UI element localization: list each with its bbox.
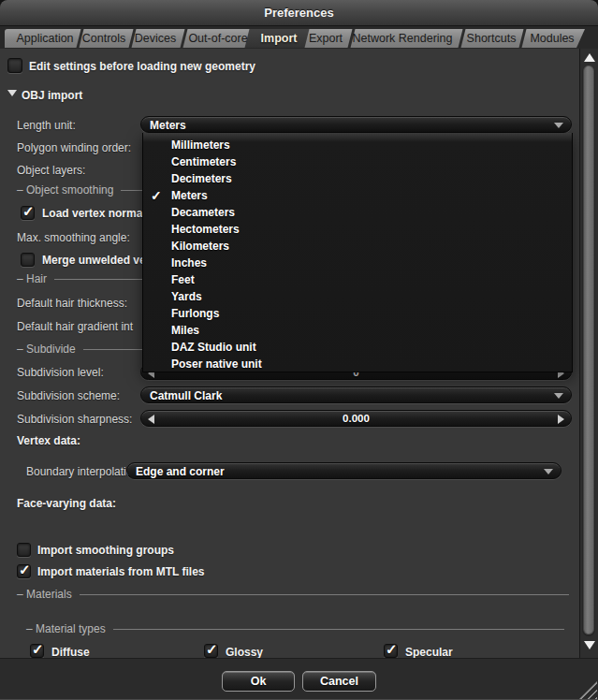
chevron-down-icon xyxy=(544,469,553,474)
merge-unwelded-checkbox[interactable] xyxy=(21,253,35,267)
obj-import-section-label: OBJ import xyxy=(22,89,82,102)
dropdown-item[interactable]: Poser native unit xyxy=(143,356,572,372)
import-settings-panel: Edit settings before loading new geometr… xyxy=(0,49,579,658)
boundary-interpolation-combobox[interactable]: Edge and corner xyxy=(126,462,562,479)
diffuse-checkbox[interactable] xyxy=(30,644,44,658)
length-unit-dropdown-menu: MillimetersCentimetersDecimeters✓MetersD… xyxy=(142,133,573,372)
import-materials-label: Import materials from MTL files xyxy=(37,565,204,578)
scroll-up-arrow-icon[interactable] xyxy=(584,53,595,62)
scrollbar-thumb[interactable] xyxy=(583,66,594,634)
dropdown-item-label: Miles xyxy=(171,324,199,337)
tab-controls[interactable]: Controls xyxy=(82,29,126,48)
dropdown-item[interactable]: DAZ Studio unit xyxy=(143,339,572,356)
dropdown-item[interactable]: Centimeters xyxy=(143,153,572,170)
diffuse-label: Diffuse xyxy=(51,646,90,658)
subdivision-sharpness-value: 0.000 xyxy=(141,413,571,424)
dropdown-item[interactable]: Millimeters xyxy=(143,137,572,153)
boundary-interpolation-value: Edge and corner xyxy=(136,465,225,478)
load-vertex-normals-label: Load vertex normals xyxy=(42,207,152,220)
dropdown-item[interactable]: Kilometers xyxy=(143,238,572,255)
max-smoothing-angle-label: Max. smoothing angle: xyxy=(17,231,130,244)
tab-network-rendering[interactable]: Network Rendering xyxy=(353,29,453,48)
dropdown-item[interactable]: ✓Meters xyxy=(143,187,572,204)
tab-out-of-core[interactable]: Out-of-core xyxy=(188,29,247,48)
scrollbar-track[interactable] xyxy=(582,66,595,636)
edit-settings-label: Edit settings before loading new geometr… xyxy=(29,60,255,73)
subdivision-scheme-combobox[interactable]: Catmull Clark xyxy=(140,386,572,403)
import-smoothing-groups-label: Import smoothing groups xyxy=(37,544,174,557)
tab-separator xyxy=(181,29,188,48)
dropdown-item[interactable]: Decimeters xyxy=(143,170,572,187)
tab-shortcuts[interactable]: Shortcuts xyxy=(467,29,517,48)
default-hair-thickness-label: Default hair thickness: xyxy=(17,297,127,310)
title-bar: Preferences xyxy=(0,0,598,26)
tab-band: ApplicationControlsDevicesOut-of-coreImp… xyxy=(5,29,585,48)
cancel-button[interactable]: Cancel xyxy=(302,671,376,692)
dropdown-item[interactable]: Yards xyxy=(143,288,572,305)
dropdown-item-label: Inches xyxy=(171,256,207,270)
subdivision-scheme-label: Subdivision scheme: xyxy=(17,389,120,402)
specular-label: Specular xyxy=(405,646,453,658)
load-vertex-normals-checkbox[interactable] xyxy=(21,206,35,220)
default-hair-gradient-label: Default hair gradient int xyxy=(17,320,133,333)
dropdown-item[interactable]: Inches xyxy=(143,255,572,271)
dropdown-item-label: DAZ Studio unit xyxy=(171,341,256,354)
dropdown-item[interactable]: Miles xyxy=(143,322,572,339)
tab-devices[interactable]: Devices xyxy=(135,29,176,48)
edit-settings-checkbox[interactable] xyxy=(7,58,22,73)
tab-separator xyxy=(459,29,466,48)
window-title: Preferences xyxy=(264,6,333,20)
dropdown-item-label: Decimeters xyxy=(171,172,232,185)
dropdown-item-label: Yards xyxy=(171,290,202,303)
import-materials-checkbox[interactable] xyxy=(17,564,31,578)
tab-bar: ApplicationControlsDevicesOut-of-coreImp… xyxy=(0,26,598,49)
glossy-checkbox[interactable] xyxy=(204,644,218,658)
boundary-interpolation-label: Boundary interpolation: xyxy=(26,465,141,478)
subdivision-level-label: Subdivision level: xyxy=(17,366,104,379)
materials-divider: – Materials xyxy=(17,588,569,601)
tab-import[interactable]: Import xyxy=(261,29,298,48)
dropdown-item-label: Furlongs xyxy=(171,307,219,320)
resize-grip[interactable] xyxy=(579,681,597,699)
length-unit-label: Length unit: xyxy=(17,119,76,132)
vertical-scrollbar xyxy=(579,49,598,658)
subdivision-sharpness-label: Subdivision sharpness: xyxy=(17,413,132,426)
checkmark-icon: ✓ xyxy=(151,187,162,204)
face-varying-heading: Face-varying data: xyxy=(17,497,116,510)
tab-export[interactable]: Export xyxy=(309,29,343,48)
tab-separator xyxy=(519,29,527,48)
subdivision-sharpness-slider[interactable]: 0.000 xyxy=(140,410,572,427)
dropdown-item-label: Decameters xyxy=(171,206,235,219)
length-unit-combobox[interactable]: Meters xyxy=(140,116,572,133)
dropdown-item[interactable]: Decameters xyxy=(143,204,572,221)
object-layers-label: Object layers: xyxy=(17,164,85,177)
chevron-down-icon xyxy=(554,123,563,128)
dropdown-item[interactable]: Furlongs xyxy=(143,305,572,322)
subdivision-scheme-value: Catmull Clark xyxy=(150,389,222,402)
slider-right-arrow-icon xyxy=(558,415,564,424)
import-smoothing-groups-checkbox[interactable] xyxy=(17,543,31,557)
dropdown-item-label: Hectometers xyxy=(171,223,240,236)
tab-application[interactable]: Application xyxy=(16,29,73,48)
footer-bar: Ok Cancel xyxy=(0,658,598,700)
dropdown-item-label: Poser native unit xyxy=(171,357,262,371)
disclosure-triangle-icon[interactable] xyxy=(7,90,17,96)
merge-unwelded-label: Merge unwelded ver xyxy=(42,254,150,267)
polygon-winding-order-label: Polygon winding order: xyxy=(17,141,131,154)
material-types-divider: – Material types xyxy=(26,622,564,635)
vertex-data-heading: Vertex data: xyxy=(17,434,80,447)
dropdown-item-label: Millimeters xyxy=(171,139,230,152)
specular-checkbox[interactable] xyxy=(384,644,398,658)
dropdown-item-label: Meters xyxy=(171,189,208,202)
dropdown-item-label: Kilometers xyxy=(171,240,229,253)
ok-button[interactable]: Ok xyxy=(222,671,295,692)
scroll-down-arrow-icon[interactable] xyxy=(584,641,595,649)
tab-modules[interactable]: Modules xyxy=(530,29,574,48)
preferences-window: Preferences ApplicationControlsDevicesOu… xyxy=(0,0,598,700)
chevron-down-icon xyxy=(554,393,563,399)
length-unit-value: Meters xyxy=(150,119,186,132)
dropdown-item-label: Feet xyxy=(171,273,195,286)
dropdown-item[interactable]: Hectometers xyxy=(143,221,572,238)
glossy-label: Glossy xyxy=(226,646,263,658)
dropdown-item[interactable]: Feet xyxy=(143,271,572,288)
